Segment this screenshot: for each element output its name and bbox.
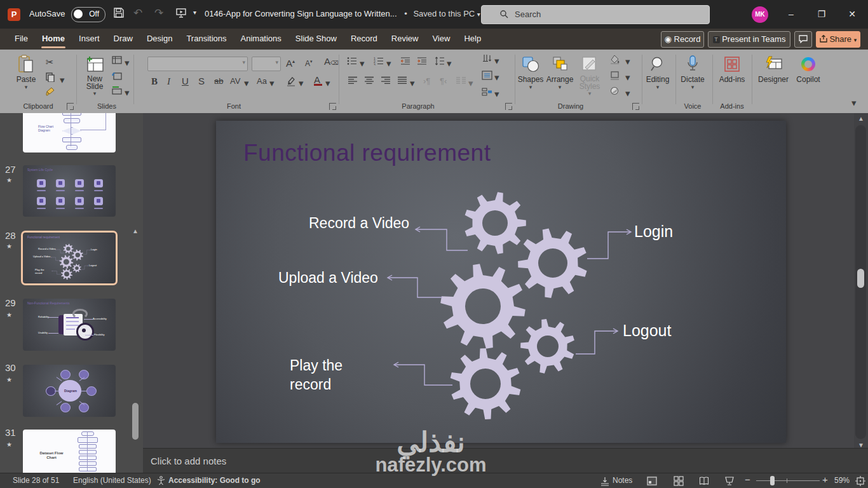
scrollbar-track[interactable] bbox=[855, 125, 866, 439]
share-button[interactable]: Share ▾ bbox=[816, 31, 860, 48]
change-case-chevron-icon[interactable]: ▾ bbox=[269, 78, 275, 88]
layout-chevron-icon[interactable]: ▾ bbox=[125, 58, 130, 68]
tab-view[interactable]: View bbox=[425, 29, 457, 50]
reading-view-button[interactable] bbox=[699, 476, 709, 486]
align-right-icon[interactable] bbox=[381, 76, 391, 85]
zoom-level[interactable]: 59% bbox=[834, 476, 850, 485]
shape-effects-chevron-icon[interactable]: ▾ bbox=[625, 88, 630, 98]
section-icon[interactable] bbox=[112, 86, 122, 95]
zoom-slider-track[interactable] bbox=[756, 480, 820, 481]
tab-transitions[interactable]: Transitions bbox=[179, 29, 233, 50]
slide-layout-icon[interactable] bbox=[112, 56, 122, 64]
font-color-icon[interactable]: A bbox=[314, 75, 322, 86]
paste-button[interactable]: Paste ▾ bbox=[11, 53, 41, 90]
slide-thumbnail-27[interactable]: System Life Cycle bbox=[23, 165, 116, 217]
highlight-chevron-icon[interactable]: ▾ bbox=[299, 78, 304, 88]
restore-button[interactable]: ❐ bbox=[807, 0, 836, 29]
save-icon[interactable] bbox=[113, 7, 125, 18]
character-spacing-chevron-icon[interactable]: ▾ bbox=[244, 78, 249, 88]
shape-outline-chevron-icon[interactable]: ▾ bbox=[625, 72, 630, 83]
section-chevron-icon[interactable]: ▾ bbox=[125, 88, 130, 98]
scrollbar-thumb[interactable] bbox=[857, 269, 864, 288]
clear-formatting-icon[interactable]: A⌫ bbox=[324, 57, 339, 68]
editing-chevron-icon[interactable]: ▾ bbox=[643, 84, 672, 90]
zoom-out-button[interactable]: − bbox=[745, 474, 750, 485]
label-login[interactable]: Login bbox=[634, 222, 673, 241]
copilot-button[interactable]: Copilot bbox=[792, 53, 825, 84]
search-input[interactable]: Search bbox=[481, 5, 710, 24]
notes-placeholder[interactable]: Click to add notes bbox=[151, 456, 226, 466]
scroll-up-icon[interactable]: ▲ bbox=[858, 116, 864, 122]
character-spacing-button[interactable]: AV bbox=[230, 76, 240, 86]
slide-number-indicator[interactable]: Slide 28 of 51 bbox=[13, 476, 59, 485]
tab-design[interactable]: Design bbox=[140, 29, 179, 50]
shape-effects-icon[interactable] bbox=[610, 86, 620, 96]
addins-button[interactable]: Add-ins bbox=[715, 53, 749, 84]
change-case-button[interactable]: Aa bbox=[257, 76, 267, 86]
tab-insert[interactable]: Insert bbox=[72, 29, 107, 50]
cut-icon[interactable]: ✂ bbox=[46, 57, 54, 67]
close-button[interactable]: ✕ bbox=[837, 0, 867, 29]
tab-file[interactable]: File bbox=[8, 29, 35, 50]
bold-button[interactable]: B bbox=[151, 76, 158, 86]
format-painter-icon[interactable] bbox=[46, 86, 55, 96]
label-logout[interactable]: Logout bbox=[623, 322, 671, 340]
increase-font-size-icon[interactable]: A▴ bbox=[286, 57, 295, 69]
underline-button[interactable]: U bbox=[182, 76, 189, 86]
editing-button[interactable]: Editing ▾ bbox=[643, 53, 672, 90]
align-text-chevron-icon[interactable]: ▾ bbox=[494, 72, 499, 83]
tab-review[interactable]: Review bbox=[384, 29, 426, 50]
label-record-a-video[interactable]: Record a Video bbox=[309, 215, 409, 232]
autosave-toggle[interactable]: Off bbox=[71, 7, 105, 22]
slide-thumbnail-28-selected[interactable]: Functional requirement Record a Video Lo… bbox=[23, 233, 116, 283]
tab-home[interactable]: Home bbox=[35, 29, 72, 50]
panel-scroll-up-icon[interactable]: ▲ bbox=[132, 228, 139, 234]
accessibility-status[interactable]: Accessibility: Good to go bbox=[168, 476, 261, 485]
customize-qat-chevron-icon[interactable]: ▾ bbox=[193, 9, 196, 16]
bullets-chevron-icon[interactable]: ▾ bbox=[360, 58, 365, 69]
shape-fill-icon[interactable] bbox=[610, 55, 620, 64]
align-center-icon[interactable] bbox=[365, 76, 374, 85]
slide-thumbnail-30[interactable]: Diagram bbox=[23, 365, 116, 417]
saved-chevron-icon[interactable]: ▾ bbox=[477, 11, 480, 18]
dictate-chevron-icon[interactable]: ▾ bbox=[678, 84, 707, 90]
normal-view-button[interactable] bbox=[647, 476, 657, 486]
shapes-chevron-icon[interactable]: ▾ bbox=[516, 84, 545, 90]
main-scrollbar[interactable]: ▲ ▼ ▲▲ ▼▼ bbox=[854, 113, 868, 473]
line-spacing-chevron-icon[interactable]: ▾ bbox=[447, 58, 452, 69]
paragraph-dialog-launcher-icon[interactable] bbox=[505, 103, 512, 110]
new-slide-chevron-icon[interactable]: ▾ bbox=[80, 90, 109, 97]
copy-icon[interactable] bbox=[46, 72, 55, 82]
arrange-button[interactable]: Arrange ▾ bbox=[545, 53, 574, 90]
tab-record[interactable]: Record bbox=[344, 29, 384, 50]
align-text-icon[interactable] bbox=[482, 71, 492, 80]
new-slide-button[interactable]: New Slide ▾ bbox=[80, 53, 109, 97]
arrange-chevron-icon[interactable]: ▾ bbox=[545, 84, 574, 90]
tab-slide-show[interactable]: Slide Show bbox=[288, 29, 344, 50]
comments-button[interactable] bbox=[794, 31, 812, 48]
thumbnail-panel-scrollbar[interactable]: ▲ ▼ bbox=[130, 226, 140, 488]
justify-chevron-icon[interactable]: ▾ bbox=[410, 78, 415, 88]
fit-slide-to-window-button[interactable] bbox=[855, 476, 865, 486]
font-dialog-launcher-icon[interactable] bbox=[329, 103, 336, 110]
notes-pane[interactable]: Click to add notes bbox=[143, 448, 868, 473]
reset-slide-icon[interactable] bbox=[112, 71, 122, 80]
justify-icon[interactable] bbox=[398, 76, 407, 85]
text-direction-icon[interactable] bbox=[482, 54, 492, 64]
bullets-icon[interactable] bbox=[347, 57, 357, 65]
powerpoint-app-icon[interactable]: P bbox=[8, 8, 20, 21]
slide-sorter-view-button[interactable] bbox=[674, 476, 684, 486]
slide-thumbnail-26-partial[interactable]: Flow Chart Diagram bbox=[23, 113, 116, 152]
notes-toggle-button[interactable]: Notes bbox=[613, 476, 632, 485]
present-in-teams-button[interactable]: T Present in Teams bbox=[708, 31, 790, 48]
numbering-icon[interactable]: 123 bbox=[374, 57, 384, 65]
tab-help[interactable]: Help bbox=[457, 29, 488, 50]
slide-thumbnail-29[interactable]: Non-Functional Requirements Reliability … bbox=[23, 299, 116, 351]
text-direction-chevron-icon[interactable]: ▾ bbox=[494, 56, 499, 66]
label-upload-a-video[interactable]: Upload a Video bbox=[278, 269, 378, 287]
zoom-in-button[interactable]: + bbox=[822, 474, 828, 485]
italic-button[interactable]: I bbox=[167, 76, 170, 86]
shape-outline-icon[interactable] bbox=[610, 71, 620, 80]
numbering-chevron-icon[interactable]: ▾ bbox=[386, 58, 391, 69]
tab-draw[interactable]: Draw bbox=[107, 29, 140, 50]
